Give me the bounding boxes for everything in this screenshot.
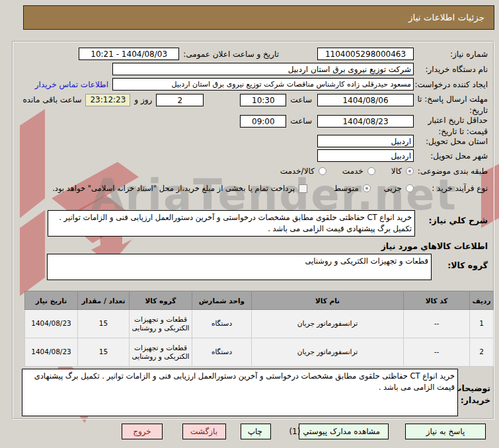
col-item-name: نام کالا bbox=[252, 291, 404, 310]
exit-button[interactable]: خروج bbox=[122, 424, 163, 439]
price-validity-label: حداقل تاریخ اعتبار قیمت: تا تاریخ: bbox=[414, 115, 488, 137]
cell-item-name: ترانسفورماتور جریان bbox=[252, 338, 404, 367]
radio-minor-label: جزیی bbox=[384, 184, 402, 193]
cell-unit: دستگاه bbox=[192, 310, 252, 338]
col-need-date: تاریخ نیاز bbox=[25, 291, 78, 310]
respond-button[interactable]: پاسخ به نیاز bbox=[405, 424, 486, 439]
page-title: جزئیات اطلاعات نیاز bbox=[23, 5, 494, 30]
need-number-label: شماره نیاز: bbox=[414, 50, 488, 59]
countdown-timer: 23:12:23 bbox=[85, 94, 130, 106]
need-description-textarea[interactable]: خرید انواع CT حفاظتی حلقوی مطابق مشخصات … bbox=[48, 210, 415, 237]
announce-date-input[interactable] bbox=[79, 48, 179, 60]
treasury-docs-label: پرداخت تمام یا بخشی از مبلغ خرید،از محل … bbox=[52, 184, 295, 193]
cell-item-code: -- bbox=[404, 310, 470, 338]
cell-item-name: ترانسفورماتور جریان bbox=[252, 310, 404, 338]
items-section-title: اطلاعات کالاهاي مورد نیاز bbox=[381, 241, 488, 251]
radio-medium[interactable] bbox=[363, 184, 371, 192]
cell-goods-group: قطعات و تجهیزات الکتریکی و روشنایی bbox=[130, 338, 192, 367]
price-validity-date-input[interactable] bbox=[317, 115, 414, 128]
price-validity-time-input[interactable] bbox=[240, 115, 286, 128]
days-remaining-input[interactable] bbox=[156, 94, 204, 106]
view-attachments-button[interactable]: مشاهده مدارک پیوستي (1) bbox=[299, 424, 389, 439]
col-quantity: تعداد / مقدار bbox=[78, 291, 130, 310]
cell-row-number: 1 bbox=[470, 310, 494, 338]
goods-group-label: گروه کالا: bbox=[447, 260, 488, 270]
cell-quantity: 15 bbox=[78, 338, 130, 367]
goods-group-textarea[interactable]: قطعات و تجهیزات الکتریکی و روشنایی bbox=[47, 254, 432, 280]
buyer-name-label: نام دستگاه خریدار: bbox=[414, 65, 488, 74]
col-goods-group: گروه کالا bbox=[130, 291, 192, 310]
col-unit: واحد شمارش bbox=[192, 291, 252, 310]
announce-date-label: تاریخ و ساعت اعلان عمومی: bbox=[183, 50, 279, 59]
creator-label: ایجاد کننده درخواست: bbox=[414, 80, 488, 89]
process-type-label: نوع فرآیند خرید : bbox=[414, 184, 488, 193]
cell-need-date: 1404/08/23 bbox=[25, 310, 78, 338]
price-validity-hour-label: ساعت bbox=[290, 116, 312, 126]
table-row: 1 -- ترانسفورماتور جریان دستگاه قطعات و … bbox=[25, 310, 494, 338]
col-item-code: کد کالا bbox=[404, 291, 470, 310]
delivery-city-input[interactable] bbox=[317, 149, 414, 162]
print-button[interactable]: چاپ bbox=[241, 424, 271, 439]
classification-label: طبقه بندی موضوعی: bbox=[414, 167, 488, 176]
deadline-label: مهلت ارسال پاسخ: تا تاریخ: bbox=[414, 94, 488, 116]
cell-unit: دستگاه bbox=[192, 338, 252, 367]
delivery-province-label: استان محل تحویل: bbox=[414, 137, 488, 146]
buyer-notes-label: توضیحات خریدار: bbox=[456, 383, 490, 406]
back-button[interactable]: بازگشت bbox=[182, 424, 226, 439]
deadline-date-input[interactable] bbox=[317, 94, 414, 106]
creator-input[interactable] bbox=[112, 78, 414, 91]
countdown-suffix-label: ساعت باقی مانده bbox=[22, 95, 81, 104]
deadline-time-input[interactable] bbox=[240, 94, 286, 106]
cell-row-number: 2 bbox=[470, 338, 494, 367]
cell-goods-group: قطعات و تجهیزات الکتریکی و روشنایی bbox=[130, 310, 192, 338]
table-row: 2 -- ترانسفورماتور جریان دستگاه قطعات و … bbox=[25, 338, 494, 367]
col-row-number: ردیف bbox=[470, 291, 494, 310]
items-table: ردیف کد کالا نام کالا واحد شمارش گروه کا… bbox=[24, 291, 494, 367]
radio-goods-service-label: کالا/خدمت bbox=[280, 167, 315, 176]
cell-need-date: 1404/08/23 bbox=[25, 338, 78, 367]
need-description-label: شرح کلي نیاز: bbox=[429, 215, 488, 225]
form-panel: شماره نیاز: تاریخ و ساعت اعلان عمومی: نا… bbox=[12, 41, 494, 420]
buyer-name-input[interactable] bbox=[112, 63, 414, 75]
delivery-city-label: شهر محل تحویل: bbox=[414, 151, 488, 161]
radio-goods[interactable] bbox=[406, 167, 414, 175]
radio-service[interactable] bbox=[367, 167, 375, 175]
cell-quantity: 15 bbox=[78, 310, 130, 338]
treasury-docs-checkbox[interactable] bbox=[299, 184, 307, 193]
days-word-label: روز و bbox=[134, 95, 152, 104]
radio-goods-label: کالا bbox=[391, 167, 402, 176]
button-bar: پاسخ به نیاز مشاهده مدارک پیوستي (1) چاپ… bbox=[0, 424, 499, 439]
need-number-input[interactable] bbox=[317, 48, 414, 60]
radio-service-label: خدمت bbox=[342, 167, 364, 176]
buyer-contact-link[interactable]: اطلاعات تماس خریدار bbox=[35, 80, 108, 89]
radio-minor[interactable] bbox=[406, 184, 414, 192]
buyer-notes-textarea[interactable]: خرید انواع CT حفاظتی حلقوی مطابق مشخصات … bbox=[22, 369, 458, 416]
radio-goods-service[interactable] bbox=[319, 167, 326, 175]
cell-item-code: -- bbox=[404, 338, 470, 367]
deadline-hour-label: ساعت bbox=[290, 95, 312, 104]
radio-medium-label: متوسط bbox=[334, 184, 359, 193]
items-table-header-row: ردیف کد کالا نام کالا واحد شمارش گروه کا… bbox=[25, 291, 494, 310]
delivery-province-input[interactable] bbox=[317, 135, 414, 147]
